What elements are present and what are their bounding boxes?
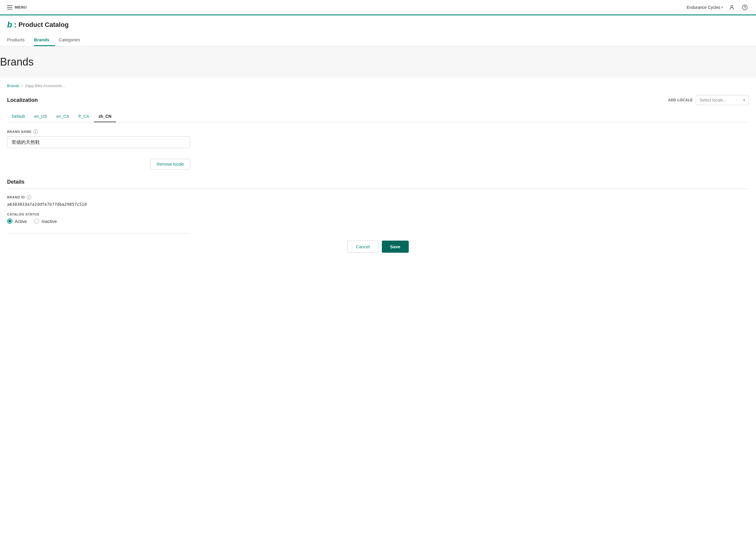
app-title-row: b : Product Catalog [7, 20, 749, 30]
status-inactive-label: Inactive [42, 219, 57, 224]
menu-icon[interactable] [7, 5, 12, 9]
tab-brands[interactable]: Brands [34, 34, 55, 46]
localization-title-row: Localization ADD LOCALE Select locale...… [7, 95, 749, 105]
localization-section: Localization ADD LOCALE Select locale...… [7, 95, 749, 169]
chevron-down-icon: ▾ [721, 6, 723, 9]
menu-label: MENU [15, 5, 27, 9]
app-header: b : Product Catalog Products Brands Cate… [0, 15, 756, 46]
locale-tabs: Default en_US en_CA fr_CA zh_CN [7, 111, 749, 122]
catalog-status-field-group: CATALOG STATUS Active Inactive [7, 213, 749, 224]
details-title: Details [7, 179, 749, 189]
brand-name-field-group: BRAND NAME i [7, 129, 749, 148]
breadcrumb: Brands / Zapp Bike Accessorie... [7, 78, 749, 95]
brand-name-input[interactable] [7, 136, 190, 148]
page-content: Brands / Zapp Bike Accessorie... Localiz… [0, 78, 756, 264]
select-chevron-icon: ▾ [743, 98, 745, 102]
locale-tab-fr-ca[interactable]: fr_CA [74, 111, 94, 122]
locale-select[interactable]: Select locale... ▾ [696, 95, 749, 105]
brand-name-label: BRAND NAME i [7, 129, 749, 134]
status-inactive-option[interactable]: Inactive [34, 218, 57, 224]
locale-select-placeholder: Select locale... [700, 98, 726, 102]
page-heading: Brands [0, 56, 756, 68]
add-locale-row: ADD LOCALE Select locale... ▾ [668, 95, 749, 105]
brand-id-value: a6303033a7a2ddfe7b77dba29857c510 [7, 202, 749, 207]
brand-id-field-group: BRAND ID i a6303033a7a2ddfe7b77dba29857c… [7, 195, 749, 207]
tab-products[interactable]: Products [7, 34, 31, 46]
breadcrumb-current: Zapp Bike Accessorie... [25, 84, 65, 88]
nav-right: Endurance Cycles ▾ [686, 3, 749, 11]
brand-id-info-icon[interactable]: i [27, 195, 31, 200]
details-section: Details BRAND ID i a6303033a7a2ddfe7b77d… [7, 179, 749, 224]
user-icon[interactable] [728, 3, 736, 11]
brand-name-info-icon[interactable]: i [33, 129, 38, 134]
footer-divider [7, 233, 190, 233]
locale-tab-default[interactable]: Default [7, 111, 30, 122]
page-heading-section: Brands [0, 46, 756, 78]
breadcrumb-separator: / [22, 84, 23, 88]
catalog-status-row: Active Inactive [7, 218, 749, 224]
company-name: Endurance Cycles [686, 5, 720, 10]
save-button[interactable]: Save [382, 241, 409, 253]
locale-tab-zh-cn[interactable]: zh_CN [94, 111, 116, 122]
breadcrumb-parent-link[interactable]: Brands [7, 84, 19, 88]
catalog-status-label: CATALOG STATUS [7, 213, 749, 216]
status-active-option[interactable]: Active [7, 218, 27, 224]
locale-tab-en-ca[interactable]: en_CA [52, 111, 74, 122]
footer-actions: Cancel Save [7, 241, 749, 264]
locale-tab-en-us[interactable]: en_US [30, 111, 52, 122]
brand-logo: b [7, 20, 12, 30]
company-selector[interactable]: Endurance Cycles ▾ [686, 5, 723, 10]
status-active-radio[interactable] [7, 218, 12, 224]
localization-title: Localization [7, 97, 38, 103]
app-title-text: Product Catalog [18, 21, 69, 29]
remove-locale-wrapper: Remove locale [7, 154, 190, 169]
status-inactive-radio[interactable] [34, 218, 39, 224]
main-tabs: Products Brands Categories [7, 34, 749, 46]
nav-left: MENU [7, 5, 27, 9]
brand-id-label: BRAND ID i [7, 195, 749, 200]
remove-locale-button[interactable]: Remove locale [150, 159, 190, 169]
add-locale-label: ADD LOCALE [668, 98, 693, 102]
help-icon[interactable] [741, 3, 749, 11]
svg-point-0 [731, 5, 733, 7]
status-active-label: Active [15, 219, 27, 224]
tab-categories[interactable]: Categories [59, 34, 86, 46]
brand-logo-colon: : [14, 20, 16, 30]
top-nav: MENU Endurance Cycles ▾ [0, 0, 756, 15]
cancel-button[interactable]: Cancel [347, 241, 378, 253]
